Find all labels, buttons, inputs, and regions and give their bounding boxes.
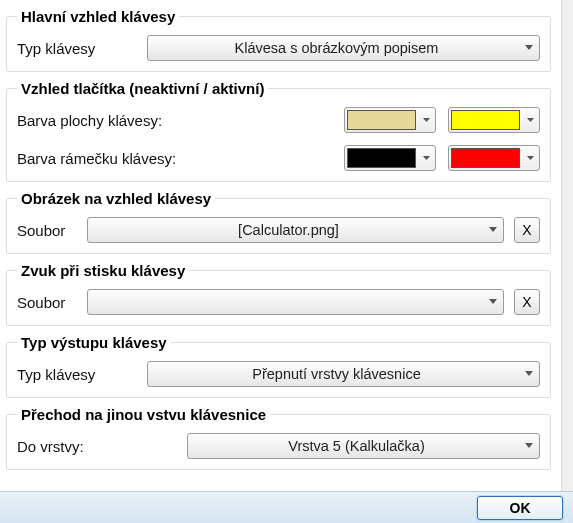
chevron-down-icon bbox=[419, 156, 433, 161]
frame-color-inactive-swatch bbox=[347, 148, 416, 168]
sound-file-clear-button[interactable]: X bbox=[514, 289, 540, 315]
chevron-down-icon bbox=[523, 156, 537, 161]
group-main-look: Hlavní vzhled klávesy Typ klávesy Kláves… bbox=[6, 8, 551, 72]
chevron-down-icon bbox=[419, 118, 433, 123]
group-sound-legend: Zvuk při stisku klávesy bbox=[17, 262, 189, 279]
fill-color-inactive-combo[interactable] bbox=[344, 107, 436, 133]
vertical-scrollbar[interactable] bbox=[561, 0, 573, 495]
group-image: Obrázek na vzhled klávesy Soubor [Calcul… bbox=[6, 190, 551, 254]
group-button-look: Vzhled tlačítka (neaktivní / aktivní) Ba… bbox=[6, 80, 551, 182]
output-type-combo[interactable]: Přepnutí vrstvy klávesnice bbox=[147, 361, 540, 387]
group-main-look-legend: Hlavní vzhled klávesy bbox=[17, 8, 179, 25]
chevron-down-icon bbox=[489, 227, 497, 233]
image-file-combo[interactable]: [Calculator.png] bbox=[87, 217, 504, 243]
image-file-label: Soubor bbox=[17, 222, 77, 239]
to-layer-combo[interactable]: Vrstva 5 (Kalkulačka) bbox=[187, 433, 540, 459]
fill-color-label: Barva plochy klávesy: bbox=[17, 112, 162, 129]
output-type-value: Přepnutí vrstvy klávesnice bbox=[252, 366, 420, 382]
key-type-label: Typ klávesy bbox=[17, 40, 137, 57]
frame-color-active-swatch bbox=[451, 148, 520, 168]
group-output-legend: Typ výstupu klávesy bbox=[17, 334, 171, 351]
key-type-combo[interactable]: Klávesa s obrázkovým popisem bbox=[147, 35, 540, 61]
group-layer: Přechod na jinou vstvu klávesnice Do vrs… bbox=[6, 406, 551, 470]
dialog-footer: OK bbox=[0, 491, 573, 523]
to-layer-value: Vrstva 5 (Kalkulačka) bbox=[288, 438, 424, 454]
group-button-look-legend: Vzhled tlačítka (neaktivní / aktivní) bbox=[17, 80, 268, 97]
chevron-down-icon bbox=[525, 45, 533, 51]
output-type-label: Typ klávesy bbox=[17, 366, 137, 383]
group-sound: Zvuk při stisku klávesy Soubor X bbox=[6, 262, 551, 326]
image-file-value: [Calculator.png] bbox=[238, 222, 339, 238]
fill-color-inactive-swatch bbox=[347, 110, 416, 130]
sound-file-label: Soubor bbox=[17, 294, 77, 311]
frame-color-label: Barva rámečku klávesy: bbox=[17, 150, 176, 167]
sound-file-combo[interactable] bbox=[87, 289, 504, 315]
frame-color-active-combo[interactable] bbox=[448, 145, 540, 171]
group-output: Typ výstupu klávesy Typ klávesy Přepnutí… bbox=[6, 334, 551, 398]
image-file-clear-button[interactable]: X bbox=[514, 217, 540, 243]
fill-color-active-swatch bbox=[451, 110, 520, 130]
chevron-down-icon bbox=[489, 299, 497, 305]
chevron-down-icon bbox=[525, 371, 533, 377]
fill-color-active-combo[interactable] bbox=[448, 107, 540, 133]
ok-button[interactable]: OK bbox=[477, 496, 563, 520]
key-type-value: Klávesa s obrázkovým popisem bbox=[235, 40, 439, 56]
frame-color-inactive-combo[interactable] bbox=[344, 145, 436, 171]
to-layer-label: Do vrstvy: bbox=[17, 438, 177, 455]
group-image-legend: Obrázek na vzhled klávesy bbox=[17, 190, 215, 207]
group-layer-legend: Přechod na jinou vstvu klávesnice bbox=[17, 406, 270, 423]
chevron-down-icon bbox=[525, 443, 533, 449]
chevron-down-icon bbox=[523, 118, 537, 123]
